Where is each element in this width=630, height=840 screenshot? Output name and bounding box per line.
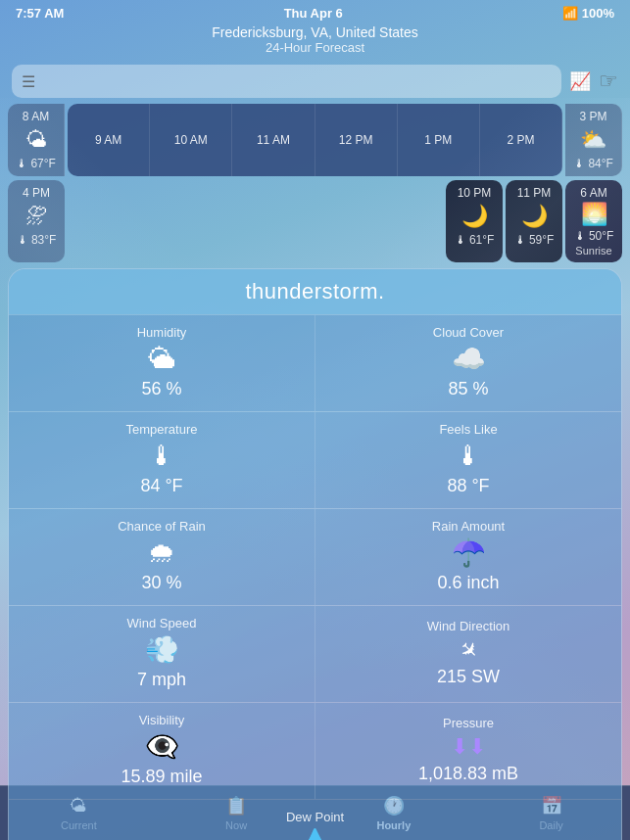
- cloud-cover-label: Cloud Cover: [433, 325, 504, 340]
- wifi-icon: 📶: [562, 6, 578, 21]
- metric-wind-direction: Wind Direction ✈ 215 SW: [315, 606, 621, 702]
- metric-row-2: Temperature 🌡 84 °F Feels Like 🌡 88 °F: [9, 411, 621, 508]
- cell-icon-8am: 🌤: [25, 127, 47, 153]
- metric-row-1: Humidity 🌥 56 % Cloud Cover ☁️ 85 %: [9, 314, 621, 411]
- pressure-icon: ⬇⬇: [451, 736, 486, 758]
- metric-rain-amount: Rain Amount ☂️ 0.6 inch: [315, 509, 621, 605]
- humidity-icon: 🌥: [148, 346, 175, 373]
- wind-direction-label: Wind Direction: [427, 619, 510, 633]
- temperature-value: 84 °F: [140, 476, 182, 496]
- dew-point-icon: 💧: [298, 830, 332, 840]
- metric-humidity: Humidity 🌥 56 %: [9, 315, 315, 411]
- metric-dew-point: Dew Point 💧 67 °F: [9, 800, 621, 840]
- pressure-label: Pressure: [443, 716, 494, 730]
- chance-of-rain-icon: 🌧: [148, 539, 175, 567]
- rain-amount-value: 0.6 inch: [437, 573, 499, 593]
- timeline-cell-3pm[interactable]: 3 PM ⛅ 🌡 84°F: [565, 104, 622, 176]
- sidebar-cell-11pm[interactable]: 11 PM 🌙 🌡 59°F: [506, 180, 562, 262]
- temperature-icon: 🌡: [148, 443, 175, 470]
- feels-like-icon: 🌡: [455, 443, 482, 470]
- header: Fredericksburg, VA, United States 24-Hou…: [0, 23, 630, 59]
- metric-row-5: Visibility 👁️‍🗨️ 15.89 mile Pressure ⬇⬇ …: [9, 702, 621, 799]
- wind-speed-value: 7 mph: [137, 670, 186, 690]
- wind-speed-label: Wind Speed: [127, 616, 197, 630]
- cell-time-8am: 8 AM: [23, 110, 49, 123]
- metric-feels-like: Feels Like 🌡 88 °F: [315, 412, 621, 508]
- cloud-cover-icon: ☁️: [452, 346, 486, 373]
- metrics-grid: Humidity 🌥 56 % Cloud Cover ☁️ 85 % Temp…: [9, 314, 621, 840]
- metric-row-6: Dew Point 💧 67 °F: [9, 799, 621, 840]
- battery-label: 100%: [582, 6, 614, 21]
- dew-point-label: Dew Point: [286, 810, 344, 824]
- metric-cloud-cover: Cloud Cover ☁️ 85 %: [315, 315, 621, 411]
- visibility-value: 15.89 mile: [121, 767, 202, 787]
- pressure-value: 1,018.83 mB: [418, 764, 518, 784]
- wind-speed-icon: 💨: [145, 636, 179, 664]
- status-date: Thu Apr 6: [284, 6, 343, 21]
- status-bar: 7:57 AM Thu Apr 6 📶 100%: [0, 0, 630, 23]
- feels-like-value: 88 °F: [447, 476, 489, 496]
- rain-amount-icon: ☂️: [452, 539, 486, 567]
- menu-icon: ☰: [22, 72, 35, 91]
- timeline-cell-1pm[interactable]: 1 PM: [398, 104, 480, 176]
- timeline-cell-10am[interactable]: 10 AM: [150, 104, 232, 176]
- feels-like-label: Feels Like: [439, 422, 497, 437]
- timeline-cell-11am[interactable]: 11 AM: [232, 104, 315, 176]
- metric-row-3: Chance of Rain 🌧 30 % Rain Amount ☂️ 0.6…: [9, 508, 621, 605]
- wind-direction-value: 215 SW: [437, 667, 500, 687]
- sidebar-cell-4pm[interactable]: 4 PM ⛈ 🌡 83°F: [8, 180, 65, 262]
- status-time: 7:57 AM: [16, 6, 64, 21]
- cursor-icon: ☞: [599, 69, 618, 94]
- toolbar-row: ☰ 📈 ☞: [0, 59, 630, 104]
- status-right: 📶 100%: [562, 6, 614, 21]
- sidebar-cell-6am[interactable]: 6 AM 🌅 🌡 50°F Sunrise: [565, 180, 622, 262]
- metric-pressure: Pressure ⬇⬇ 1,018.83 mB: [315, 703, 621, 799]
- timeline-cell-9am[interactable]: 9 AM: [68, 104, 150, 176]
- timeline-cell-2pm[interactable]: 2 PM: [480, 104, 562, 176]
- chance-of-rain-label: Chance of Rain: [118, 519, 206, 534]
- cell-temp-8am: 🌡 67°F: [16, 157, 56, 170]
- chance-of-rain-value: 30 %: [141, 573, 181, 593]
- visibility-label: Visibility: [139, 713, 185, 727]
- metric-temperature: Temperature 🌡 84 °F: [9, 412, 315, 508]
- sidebar-cell-10pm[interactable]: 10 PM 🌙 🌡 61°F: [446, 180, 503, 262]
- humidity-label: Humidity: [137, 325, 187, 340]
- metric-chance-of-rain: Chance of Rain 🌧 30 %: [9, 509, 315, 605]
- chart-icon[interactable]: 📈: [569, 70, 591, 92]
- search-bar[interactable]: ☰: [12, 65, 561, 98]
- metric-row-4: Wind Speed 💨 7 mph Wind Direction ✈ 215 …: [9, 605, 621, 702]
- wind-direction-icon: ✈: [455, 636, 482, 664]
- timeline-cell-12pm[interactable]: 12 PM: [315, 104, 398, 176]
- visibility-icon: 👁️‍🗨️: [145, 733, 179, 761]
- metric-wind-speed: Wind Speed 💨 7 mph: [9, 606, 315, 702]
- humidity-value: 56 %: [141, 379, 181, 399]
- metric-visibility: Visibility 👁️‍🗨️ 15.89 mile: [9, 703, 315, 799]
- cloud-cover-value: 85 %: [448, 379, 488, 399]
- header-subtitle: 24-Hour Forecast: [0, 40, 630, 55]
- header-location: Fredericksburg, VA, United States: [0, 24, 630, 40]
- rain-amount-label: Rain Amount: [432, 519, 505, 534]
- temperature-label: Temperature: [126, 422, 198, 437]
- detail-panel: thunderstorm. Humidity 🌥 56 % Cloud Cove…: [8, 268, 622, 840]
- timeline-cell-8am[interactable]: 8 AM 🌤 🌡 67°F: [8, 104, 65, 176]
- panel-title: thunderstorm.: [9, 269, 621, 314]
